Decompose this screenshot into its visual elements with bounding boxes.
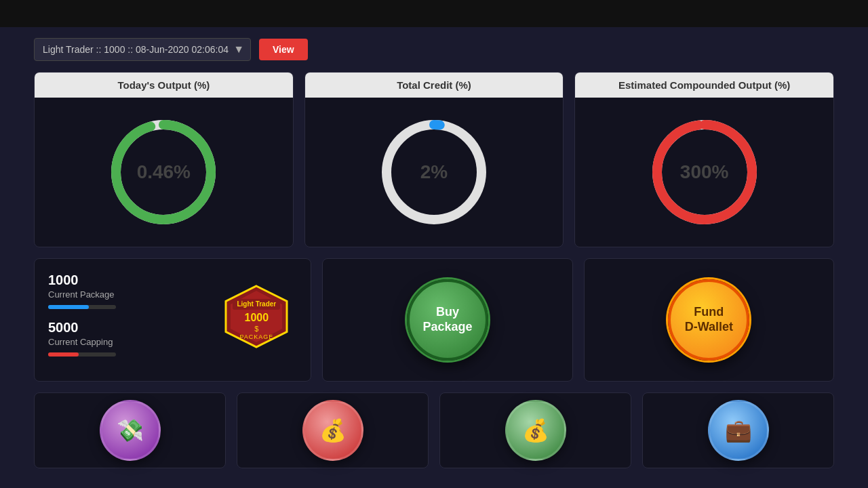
buy-package-label: BuyPackage: [422, 305, 472, 334]
todays-output-card: Today's Output (%) 0.46%: [34, 72, 294, 247]
package-badge: Light Trader 1000 $ PACKAGE: [216, 279, 297, 361]
bottom-cards-row: 1000 Current Package 5000 Current Cappin…: [34, 258, 834, 382]
view-button[interactable]: View: [259, 39, 308, 60]
capping-progress-bar-container: [48, 352, 116, 357]
dropdown-row: Light Trader :: 1000 :: 08-Jun-2020 02:0…: [34, 38, 834, 61]
trader-dropdown[interactable]: Light Trader :: 1000 :: 08-Jun-2020 02:0…: [34, 38, 251, 61]
deposit-icon[interactable]: 💰: [302, 400, 363, 461]
badge-dollar: $: [233, 325, 280, 333]
earnings-icon-emoji: 💰: [522, 418, 549, 443]
badge-top-label: Light Trader: [233, 299, 280, 310]
main-content: Light Trader :: 1000 :: 08-Jun-2020 02:0…: [0, 27, 868, 479]
todays-output-donut: 0.46%: [102, 111, 224, 233]
package-progress-bar-container: [48, 305, 116, 309]
buy-package-button[interactable]: BuyPackage: [407, 279, 488, 361]
deposit-icon-emoji: 💰: [319, 418, 347, 443]
estimated-output-body: 300%: [575, 98, 833, 247]
buy-package-card: BuyPackage: [322, 258, 572, 382]
package-info-card: 1000 Current Package 5000 Current Cappin…: [34, 258, 311, 382]
estimated-output-donut: 300%: [644, 111, 766, 233]
dropdown-wrapper: Light Trader :: 1000 :: 08-Jun-2020 02:0…: [34, 38, 251, 61]
badge-amount: 1000: [233, 311, 280, 324]
estimated-output-value: 300%: [680, 161, 729, 183]
fund-wallet-label: FundD-Wallet: [685, 305, 733, 334]
hex-badge: Light Trader 1000 $ PACKAGE: [219, 283, 294, 357]
icon-card-withdraw: 💸: [34, 392, 226, 468]
total-credit-donut: 2%: [373, 111, 495, 233]
badge-bottom: PACKAGE: [233, 333, 280, 341]
bottom-icons-row: 💸 💰 💰 💼: [34, 392, 834, 468]
todays-output-header: Today's Output (%): [35, 73, 293, 98]
fund-wallet-card: FundD-Wallet: [584, 258, 834, 382]
withdraw-icon-emoji: 💸: [117, 418, 144, 443]
estimated-output-card: Estimated Compounded Output (%) 300%: [574, 72, 834, 247]
package-progress-bar: [48, 305, 89, 309]
icon-card-earnings: 💰: [439, 392, 631, 468]
current-package-label: Current Package: [48, 289, 216, 300]
stats-cards-row: Today's Output (%) 0.46% Total Credit (%…: [34, 72, 834, 247]
portfolio-icon-emoji: 💼: [725, 418, 752, 443]
withdraw-icon[interactable]: 💸: [100, 400, 161, 461]
icon-card-deposit: 💰: [237, 392, 429, 468]
current-package-value: 1000: [48, 272, 216, 288]
total-credit-body: 2%: [305, 98, 564, 247]
fund-wallet-button[interactable]: FundD-Wallet: [668, 279, 749, 361]
portfolio-icon[interactable]: 💼: [708, 400, 769, 461]
capping-progress-bar: [48, 352, 79, 357]
total-credit-card: Total Credit (%) 2%: [304, 72, 564, 247]
icon-card-portfolio: 💼: [642, 392, 834, 468]
package-details: 1000 Current Package 5000 Current Cappin…: [48, 272, 216, 367]
earnings-icon[interactable]: 💰: [505, 400, 566, 461]
top-bar: [0, 0, 868, 27]
current-capping-value: 5000: [48, 320, 216, 336]
current-capping-label: Current Capping: [48, 337, 216, 347]
estimated-output-header: Estimated Compounded Output (%): [575, 73, 833, 98]
total-credit-header: Total Credit (%): [305, 73, 564, 98]
todays-output-body: 0.46%: [35, 98, 293, 247]
todays-output-value: 0.46%: [137, 161, 191, 183]
hex-badge-text: Light Trader 1000 $ PACKAGE: [233, 299, 280, 340]
total-credit-value: 2%: [420, 161, 448, 183]
